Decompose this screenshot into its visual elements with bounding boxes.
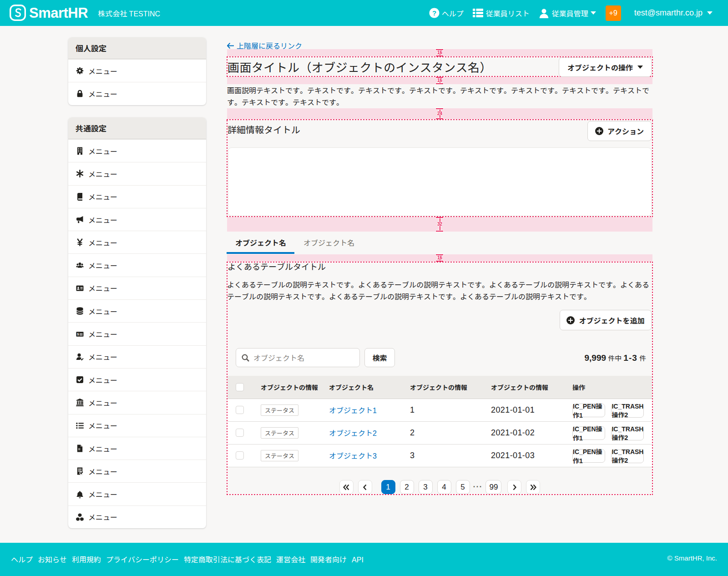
svg-text:?: ? bbox=[432, 9, 436, 17]
svg-text:$: $ bbox=[77, 332, 79, 336]
